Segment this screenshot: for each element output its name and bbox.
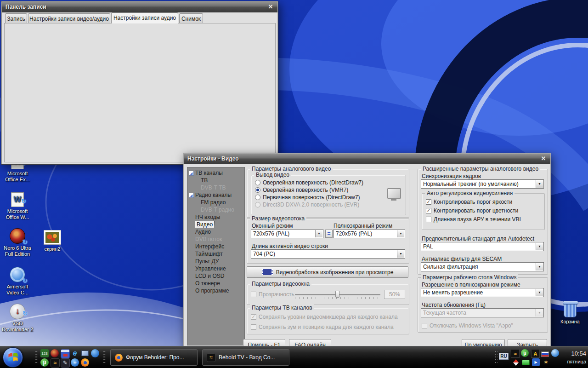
chroma-threshold-checkbox[interactable]: Контролировать порог цветности (426, 208, 518, 214)
recording-panel-window: Панель записи ✕ Запись Настройки записи … (1, 1, 278, 165)
save-zoom-position-checkbox: Сохранять зум и позицию кадра для каждог… (251, 324, 394, 330)
tab-audio-settings[interactable]: Настройки записи аудио (111, 12, 178, 23)
close-icon[interactable]: ✕ (539, 155, 548, 163)
tree-item-tv-channels[interactable]: ◢ТВ каналы (187, 169, 244, 177)
primary-dd7-radio[interactable]: Первичная поверхность (DirectDraw7) (255, 195, 360, 201)
fullscreen-mode-select[interactable]: 720x576 (PAL) (334, 229, 405, 238)
resolution-select[interactable]: Не менять разрешение (421, 288, 544, 297)
antialias-label: Антиалиас фильтр для SECAM (422, 256, 502, 262)
ru-flag-tray-icon[interactable] (541, 350, 549, 358)
media-play-tray-icon[interactable]: ▶ (532, 358, 540, 366)
combo-arrow-icon[interactable] (536, 180, 543, 188)
tree-item-tv[interactable]: ТВ (187, 177, 244, 184)
tree-item-dvb-stream: DVB поток (187, 236, 244, 243)
close-icon[interactable]: ✕ (266, 3, 275, 11)
internet-explorer-icon[interactable]: e (71, 349, 79, 357)
desktop-icon-vso[interactable]: ↓ ↻ VSO Downloader 2 (1, 304, 34, 333)
agc-group: Авто регулировка видеоусиления Контролир… (422, 193, 545, 230)
overlay-vmr7-radio[interactable]: Оверлейная поверхность (VMR7) (255, 187, 348, 193)
punto-switcher-tray-icon[interactable]: A (531, 349, 540, 358)
tree-item-control[interactable]: Управление (187, 265, 244, 272)
vbi-pause-checkbox[interactable]: Длинная пауза АРУ в течении VBI (426, 217, 521, 223)
updown-arrows-tray-icon[interactable] (512, 358, 520, 366)
desktop-icon-recycle-bin[interactable]: Корзина (554, 303, 587, 325)
checkbox-box (251, 292, 256, 297)
desktop-icon-word[interactable]: W ↻ Microsoft Office W... (1, 192, 34, 220)
recycle-bin-icon (564, 303, 577, 317)
link-modes-button[interactable]: = (325, 230, 333, 238)
tree-expand-icon[interactable]: ◢ (189, 193, 194, 198)
vso-convert-icon[interactable]: ✳ (71, 358, 79, 367)
radio-circle[interactable] (255, 195, 260, 200)
active-line-label: Длина активной видео строки (252, 243, 328, 249)
taskbar-clock[interactable]: 10:54 пятница (560, 350, 586, 364)
photo-thumbnail-icon (44, 230, 61, 245)
tree-item-about-program[interactable]: О программе (187, 287, 244, 294)
behold-tv-icon: ≈ (207, 353, 215, 362)
tree-expand-icon[interactable]: ◢ (189, 171, 194, 176)
behold-tv-quicklaunch-icon[interactable]: ≈ (51, 358, 60, 368)
show-desktop-icon[interactable] (81, 349, 89, 357)
active-line-select[interactable]: 704 (PC) (251, 249, 405, 259)
antialias-select[interactable]: Сильная фильтрация (421, 262, 544, 271)
tree-item-timeshift[interactable]: Таймшифт (187, 250, 244, 258)
recording-panel-titlebar[interactable]: Панель записи ✕ (2, 2, 277, 12)
network-globe-icon[interactable] (91, 349, 99, 357)
klite-codec-icon[interactable]: 123 (40, 349, 49, 357)
utorrent-quicklaunch-icon[interactable]: µ (40, 358, 49, 367)
blue-orb-tray-icon[interactable] (551, 349, 559, 357)
tree-item-audio[interactable]: Аудио (187, 228, 244, 236)
standard-select[interactable]: PAL (421, 242, 544, 251)
analog-video-group: Параметры аналогового видео Вывод видео … (247, 169, 409, 218)
sync-label: Синхронизация кадров (422, 173, 481, 179)
quill-notes-icon[interactable]: ✎ (61, 358, 70, 368)
advanced-analog-group: Расширенные параметры аналогового видео … (418, 169, 548, 275)
firefox-icon (115, 354, 123, 362)
tree-item-fm-radio[interactable]: FM радио (187, 199, 244, 206)
desktop-icon-skrin2[interactable]: скрин2 (36, 230, 69, 252)
tree-item-about-tuner[interactable]: О тюнере (187, 280, 244, 287)
combo-arrow-icon[interactable] (397, 230, 404, 237)
settings-titlebar[interactable]: Настройки - Видео ✕ (184, 154, 550, 164)
combo-arrow-icon[interactable] (536, 289, 543, 296)
language-indicator[interactable]: RU (499, 353, 509, 360)
tree-item-remote[interactable]: Пульт ДУ (187, 258, 244, 265)
group-title: Параметры рабочего стола Windows (421, 274, 518, 281)
nero-quicklaunch-icon[interactable] (51, 349, 59, 357)
tree-item-radio-channels[interactable]: ◢Радио каналы (187, 191, 244, 199)
combo-arrow-icon[interactable] (536, 243, 543, 250)
start-button[interactable] (3, 347, 23, 368)
combo-arrow-icon[interactable] (397, 250, 404, 258)
tab-snapshot[interactable]: Снимок (179, 13, 203, 23)
behold-tv-tray-icon[interactable]: ≈ (511, 349, 520, 358)
taskbar-task-firefox-forum[interactable]: Форум Beholder: Про... (110, 349, 198, 366)
tv-channels-params-group: Параметры ТВ каналов Сохранять уровни ви… (247, 308, 409, 334)
checkbox-box[interactable] (426, 217, 431, 222)
window-mode-select[interactable]: 720x576 (PAL) (251, 229, 323, 238)
combo-arrow-icon[interactable] (536, 263, 543, 270)
tree-item-interface[interactable]: Интерфейс (187, 243, 244, 250)
green-indicator-tray-icon[interactable] (522, 358, 530, 366)
utorrent-tray-icon[interactable]: µ (521, 349, 529, 357)
desktop-icon-nero[interactable]: ↻ Nero 6 Ultra Full Edition (1, 228, 34, 257)
desktop-icon-aimersoft[interactable]: ↻ Aimersoft Video C... (1, 267, 34, 296)
video-processing-button[interactable]: Видеообработка изображения при просмотре (247, 266, 408, 278)
taskbar-task-behold-tv[interactable]: ≈ Behold TV - Вход Co... (202, 349, 289, 366)
tree-item-lcd-osd[interactable]: LCD и OSD (187, 272, 244, 280)
radio-circle[interactable] (255, 180, 260, 185)
tree-item-lf-inputs[interactable]: НЧ входы (187, 213, 244, 221)
tree-item-video[interactable]: Видео (187, 221, 244, 228)
tab-record[interactable]: Запись (5, 13, 27, 23)
firefox-quicklaunch-icon[interactable] (81, 358, 89, 367)
brightness-threshold-checkbox[interactable]: Контролировать порог яркости (426, 199, 512, 205)
radio-circle[interactable] (255, 187, 260, 193)
checkbox-box[interactable] (426, 199, 431, 205)
magic-wand-tray-icon[interactable]: ✶ (542, 358, 550, 366)
checkbox-box[interactable] (426, 208, 431, 213)
monitor-icon (387, 188, 401, 199)
sync-select[interactable]: Нормальный трекинг (по умолчанию) (421, 179, 544, 189)
tab-video-audio-settings[interactable]: Настройки записи видео/аудио (28, 13, 110, 23)
overlay-dd7-radio[interactable]: Оверлейная поверхность (DirectDraw7) (255, 180, 363, 186)
combo-arrow-icon[interactable] (315, 230, 322, 237)
floppy-backup-icon[interactable] (61, 349, 70, 358)
